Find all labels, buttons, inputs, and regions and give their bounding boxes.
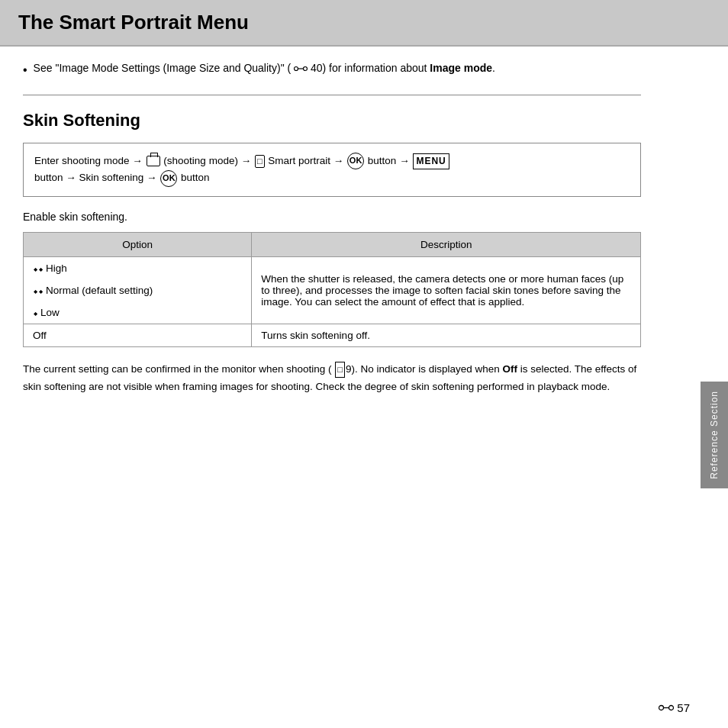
section-divider xyxy=(23,95,641,95)
page-header: The Smart Portrait Menu xyxy=(0,0,728,47)
page-number: 57 xyxy=(677,701,690,714)
svg-point-2 xyxy=(304,67,308,71)
svg-point-5 xyxy=(669,706,674,710)
footer-note: The current setting can be confirmed in … xyxy=(23,361,641,396)
option-off: Off xyxy=(24,324,252,346)
menu-label-icon: MENU xyxy=(413,153,449,169)
connector-icon xyxy=(294,64,308,73)
svg-point-3 xyxy=(659,706,664,710)
high-symbol: ⬥⬥ xyxy=(33,263,43,274)
table-row: Off Turns skin softening off. xyxy=(24,324,641,346)
low-symbol: ⬥ xyxy=(33,308,38,318)
ok-button-icon: OK xyxy=(347,153,364,169)
off-bold: Off xyxy=(502,363,517,375)
skin-softening-heading: Skin Softening xyxy=(23,111,641,130)
page-ref-icon: □ xyxy=(335,362,345,378)
bullet-item: • See "Image Mode Settings (Image Size a… xyxy=(23,60,641,79)
intro-section: • See "Image Mode Settings (Image Size a… xyxy=(23,60,641,79)
instruction-box: Enter shooting mode → (shooting mode) → … xyxy=(23,143,641,197)
col-header-option: Option xyxy=(24,232,252,256)
page-number-area: 57 xyxy=(659,701,690,714)
page-connector-icon xyxy=(659,703,674,713)
page-number-icon xyxy=(659,703,674,713)
page-title: The Smart Portrait Menu xyxy=(18,11,710,34)
normal-symbol: ⬥⬥ xyxy=(33,285,43,296)
table-row: ⬥⬥High When the shutter is released, the… xyxy=(24,256,641,279)
table-header-row: Option Description xyxy=(24,232,641,256)
ok-button-icon-2: OK xyxy=(160,170,177,187)
reference-section-tab: Reference Section xyxy=(701,382,728,488)
bold-image-mode: Image mode xyxy=(430,62,492,74)
col-header-desc: Description xyxy=(252,232,641,256)
camera-icon xyxy=(147,156,160,166)
smart-portrait-icon: □ xyxy=(255,155,265,167)
svg-point-0 xyxy=(295,67,298,71)
main-content: • See "Image Mode Settings (Image Size a… xyxy=(0,47,664,410)
option-normal: ⬥⬥Normal (default setting) xyxy=(24,279,252,301)
desc-high-normal-low: When the shutter is released, the camera… xyxy=(252,256,641,324)
option-high: ⬥⬥High xyxy=(24,256,252,279)
side-tab-label: Reference Section xyxy=(709,391,720,479)
options-table: Option Description ⬥⬥High When the shutt… xyxy=(23,232,641,347)
desc-off: Turns skin softening off. xyxy=(252,324,641,346)
enable-text: Enable skin softening. xyxy=(23,211,641,223)
intro-text: See "Image Mode Settings (Image Size and… xyxy=(34,60,495,76)
bullet-dot: • xyxy=(23,61,27,79)
option-low: ⬥Low xyxy=(24,301,252,324)
instruction-text: Enter shooting mode → (shooting mode) → … xyxy=(34,155,450,183)
